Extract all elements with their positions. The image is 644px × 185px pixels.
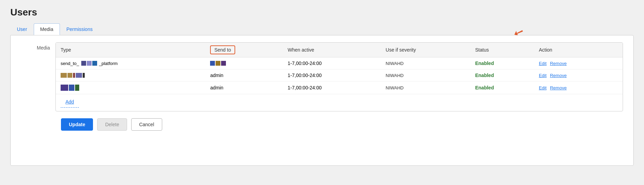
media-table-element: Type Send to When active Use if severity… — [56, 43, 623, 111]
row2-edit-link[interactable]: Edit — [539, 73, 547, 78]
col-severity: Use if severity — [381, 43, 470, 57]
col-when-active: When active — [283, 43, 381, 57]
row2-type-icons — [61, 73, 200, 78]
icon-block — [83, 73, 85, 78]
tab-media[interactable]: Media — [34, 23, 60, 35]
row1-edit-link[interactable]: Edit — [539, 61, 547, 66]
main-layout: Media Type Send to When active Use if se… — [21, 42, 623, 111]
row1-severity: NIWAHD — [381, 57, 470, 69]
button-row: Update Delete Cancel — [21, 118, 623, 131]
row1-type: send_to_ _platform — [56, 57, 205, 69]
row1-status: Enabled — [470, 57, 534, 69]
col-send-to: Send to — [205, 43, 283, 57]
icon-block — [87, 61, 92, 66]
row3-remove-link[interactable]: Remove — [550, 85, 567, 90]
send-to-header-box: Send to — [210, 45, 235, 54]
row3-send-to: admin — [205, 81, 283, 94]
tab-permissions[interactable]: Permissions — [60, 23, 99, 35]
row1-type-suffix: _platform — [99, 61, 118, 66]
icon-block — [67, 73, 72, 78]
icon-block — [69, 85, 74, 91]
cancel-button[interactable]: Cancel — [131, 118, 162, 131]
icon-block — [92, 61, 97, 66]
icon-block — [61, 85, 68, 91]
update-button[interactable]: Update — [61, 118, 93, 131]
row2-type — [56, 69, 205, 81]
col-type: Type — [56, 43, 205, 57]
table-row: admin 1-7,00:00-24:00 NIWAHD Enabled Edi… — [56, 69, 623, 81]
table-row: send_to_ _platform — [56, 57, 623, 69]
row3-edit-link[interactable]: Edit — [539, 85, 547, 90]
row1-actions: Edit Remove — [534, 57, 623, 69]
row3-type-icons — [61, 85, 200, 91]
icon-block — [76, 73, 82, 78]
icon-block — [61, 73, 67, 78]
row1-send-to-icons — [210, 61, 278, 66]
add-row: Add — [56, 94, 623, 111]
icon-block — [73, 73, 75, 78]
row2-status: Enabled — [470, 69, 534, 81]
icon-block — [75, 85, 79, 91]
row3-status: Enabled — [470, 81, 534, 94]
icon-block — [210, 61, 215, 66]
delete-button[interactable]: Delete — [97, 118, 127, 131]
page-title: Users — [10, 7, 634, 18]
media-table: Type Send to When active Use if severity… — [55, 42, 623, 111]
row3-type — [56, 81, 205, 94]
add-cell: Add — [56, 94, 623, 111]
row2-remove-link[interactable]: Remove — [550, 73, 567, 78]
row1-type-text: send_to_ — [61, 61, 79, 66]
add-link[interactable]: Add — [61, 96, 79, 108]
row1-type-icons — [81, 61, 97, 66]
row3-severity: NIWAHD — [381, 81, 470, 94]
row3-actions: Edit Remove — [534, 81, 623, 94]
content-area: Media Type Send to When active Use if se… — [10, 35, 634, 166]
table-row: admin 1-7,00:00-24:00 NIWAHD Enabled Edi… — [56, 81, 623, 94]
col-status: Status — [470, 43, 534, 57]
col-action: Action — [534, 43, 623, 57]
icon-block — [216, 61, 220, 66]
media-label: Media — [21, 42, 55, 51]
row1-when-active: 1-7,00:00-24:00 — [283, 57, 381, 69]
row2-send-to: admin — [205, 69, 283, 81]
row2-actions: Edit Remove — [534, 69, 623, 81]
icon-block — [221, 61, 226, 66]
tab-user[interactable]: User — [10, 23, 34, 35]
tab-bar: User Media Permissions — [10, 23, 634, 35]
row2-severity: NIWAHD — [381, 69, 470, 81]
icon-block — [81, 61, 86, 66]
row1-remove-link[interactable]: Remove — [550, 61, 567, 66]
row1-send-to — [205, 57, 283, 69]
row3-when-active: 1-7,00:00-24:00 — [283, 81, 381, 94]
row2-when-active: 1-7,00:00-24:00 — [283, 69, 381, 81]
